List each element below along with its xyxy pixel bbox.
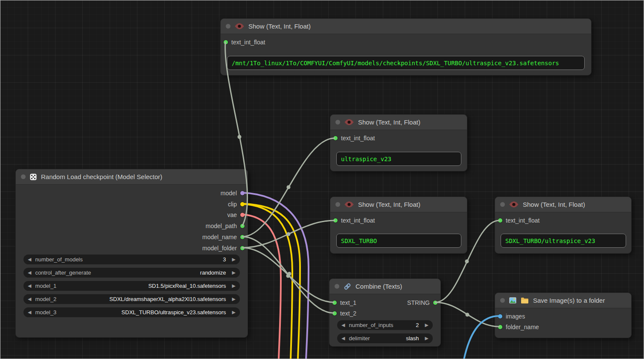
widget-delimiter[interactable]: ◀ delimiter slash ▶	[337, 333, 433, 343]
input-label: text_int_float	[231, 39, 265, 46]
widget-label: delimiter	[349, 335, 370, 342]
increment-arrow[interactable]: ▶	[425, 323, 428, 327]
widget-number-of-inputs[interactable]: ◀ number_of_inputs 2 ▶	[337, 320, 433, 330]
increment-arrow[interactable]: ▶	[232, 310, 236, 315]
node-header[interactable]: Save Image(s) to a folder	[495, 293, 631, 308]
output-slot-model: model	[221, 188, 245, 198]
eye-icon	[344, 119, 354, 125]
increment-arrow[interactable]: ▶	[232, 257, 236, 262]
output-port-dot-vae[interactable]	[240, 213, 245, 217]
decrement-arrow[interactable]: ◀	[341, 336, 345, 341]
output-port-dot-string[interactable]	[433, 301, 437, 305]
text-display[interactable]: SDXL_TURBO	[336, 234, 461, 248]
widget-label: model_2	[35, 296, 56, 302]
node-graph-canvas[interactable]: Show (Text, Int, Float) text_int_float /…	[0, 0, 644, 359]
node-title: Show (Text, Int, Float)	[358, 119, 420, 126]
input-port-dot[interactable]	[224, 40, 228, 44]
input-port-dot-folder-name[interactable]	[498, 325, 502, 329]
decrement-arrow[interactable]: ◀	[28, 284, 31, 288]
widget-value: SDXL_TURBO/ultraspice_v23.safetensors	[122, 309, 226, 316]
increment-arrow[interactable]: ▶	[425, 336, 428, 341]
input-slot-text1: text_1	[332, 298, 356, 307]
input-label: images	[506, 313, 525, 320]
wire-clip-a	[242, 204, 300, 359]
folder-icon	[521, 297, 529, 304]
collapse-dot[interactable]	[335, 284, 339, 289]
node-show-model-folder[interactable]: Show (Text, Int, Float) text_int_float S…	[330, 197, 467, 254]
node-header[interactable]: Show (Text, Int, Float)	[495, 197, 631, 212]
decrement-arrow[interactable]: ◀	[28, 257, 31, 262]
node-title: Random Load checkpoint (Model Selector)	[41, 173, 162, 180]
decrement-arrow[interactable]: ◀	[28, 270, 31, 275]
node-combine-texts[interactable]: Combine (Texts) text_1 STRING text_2 ◀ n…	[329, 278, 441, 347]
widget-number-of-models[interactable]: ◀ number_of_models 3 ▶	[23, 255, 240, 264]
increment-arrow[interactable]: ▶	[232, 284, 236, 288]
widget-label: number_of_inputs	[349, 322, 393, 328]
output-port-dot-model[interactable]	[240, 191, 245, 195]
output-slot-string: STRING	[407, 298, 437, 307]
input-port-dot[interactable]	[333, 136, 338, 140]
node-title: Show (Text, Int, Float)	[248, 23, 311, 30]
picture-icon	[509, 297, 516, 304]
output-label: clip	[228, 201, 237, 208]
widget-value: 3	[223, 256, 226, 263]
node-show-combined[interactable]: Show (Text, Int, Float) text_int_float S…	[495, 197, 632, 254]
input-port-dot-images[interactable]	[498, 314, 502, 318]
collapse-dot[interactable]	[226, 24, 230, 29]
input-port-dot[interactable]	[333, 218, 338, 223]
node-title: Show (Text, Int, Float)	[523, 201, 585, 208]
node-header[interactable]: Random Load checkpoint (Model Selector)	[16, 169, 248, 185]
widget-model-2[interactable]: ◀ model_2 SDXL/dreamshaperXL_alpha2Xl10.…	[23, 294, 240, 304]
widget-label: control_after_generate	[35, 269, 91, 276]
node-show-model-name[interactable]: Show (Text, Int, Float) text_int_float u…	[330, 114, 467, 171]
input-label: text_int_float	[506, 217, 539, 224]
widget-value: SD1.5/picxReal_10.safetensors	[148, 283, 226, 289]
node-header[interactable]: Show (Text, Int, Float)	[330, 115, 467, 130]
text-display[interactable]: /mnt/1To_linux/1To/COMFYUI/ComfyUI/model…	[227, 56, 585, 70]
output-port-dot-model-folder[interactable]	[240, 246, 245, 250]
node-title: Save Image(s) to a folder	[533, 297, 605, 304]
widget-label: model_1	[35, 283, 56, 289]
widget-value: 2	[416, 322, 419, 328]
node-header[interactable]: Show (Text, Int, Float)	[221, 19, 591, 34]
node-save-images-folder[interactable]: Save Image(s) to a folder images folder_…	[495, 292, 632, 338]
widget-model-1[interactable]: ◀ model_1 SD1.5/picxReal_10.safetensors …	[23, 281, 240, 291]
decrement-arrow[interactable]: ◀	[28, 310, 31, 315]
collapse-dot[interactable]	[500, 202, 505, 207]
eye-icon	[235, 23, 244, 29]
input-label: folder_name	[506, 324, 539, 330]
widget-control-after-generate[interactable]: ◀ control_after_generate randomize ▶	[23, 268, 240, 278]
node-title: Combine (Texts)	[356, 283, 402, 290]
output-port-dot-model-name[interactable]	[240, 235, 245, 239]
increment-arrow[interactable]: ▶	[232, 297, 236, 301]
input-label: text_2	[340, 310, 356, 317]
text-display[interactable]: SDXL_TURBO/ultraspice_v23	[501, 234, 626, 248]
widget-value: SDXL/dreamshaperXL_alpha2Xl10.safetensor…	[109, 296, 226, 302]
node-show-model-path[interactable]: Show (Text, Int, Float) text_int_float /…	[220, 18, 592, 75]
decrement-arrow[interactable]: ◀	[341, 323, 345, 327]
widget-label: number_of_models	[35, 256, 82, 263]
link-midpoint-dot	[286, 274, 290, 278]
collapse-dot[interactable]	[21, 174, 26, 179]
wire-images	[464, 316, 499, 359]
decrement-arrow[interactable]: ◀	[28, 297, 31, 301]
output-port-dot-clip[interactable]	[240, 202, 245, 206]
node-header[interactable]: Combine (Texts)	[329, 279, 440, 294]
input-port-dot[interactable]	[498, 218, 502, 223]
collapse-dot[interactable]	[335, 202, 340, 207]
increment-arrow[interactable]: ▶	[232, 270, 236, 275]
node-random-load-checkpoint[interactable]: Random Load checkpoint (Model Selector) …	[15, 169, 248, 338]
output-slot-model-folder: model_folder	[202, 243, 245, 253]
node-header[interactable]: Show (Text, Int, Float)	[330, 197, 467, 212]
widget-model-3[interactable]: ◀ model_3 SDXL_TURBO/ultraspice_v23.safe…	[23, 307, 240, 317]
input-port-dot-text1[interactable]	[332, 301, 337, 305]
collapse-dot[interactable]	[500, 298, 505, 303]
input-slot: text_int_float	[333, 133, 375, 143]
wire-string-foldername	[435, 302, 499, 327]
collapse-dot[interactable]	[335, 120, 340, 124]
input-port-dot-text2[interactable]	[332, 311, 337, 316]
output-port-dot-model-path[interactable]	[240, 224, 245, 228]
wire-modelfolder-showfolder	[242, 220, 335, 248]
input-slot: text_int_float	[333, 216, 375, 225]
text-display[interactable]: ultraspice_v23	[336, 152, 461, 166]
